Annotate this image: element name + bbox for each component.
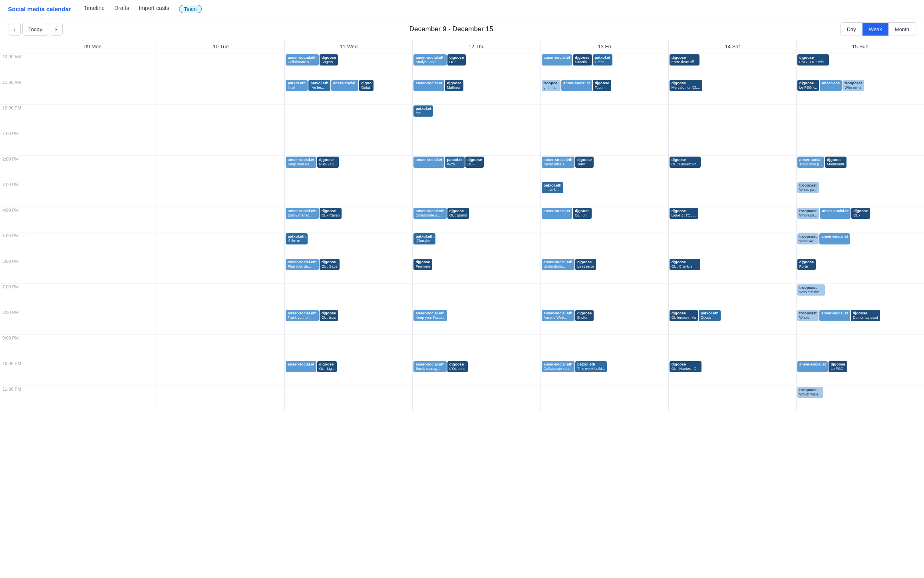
event-djgoose-wed-10pm[interactable]: djgooseOL - Lig... bbox=[317, 361, 337, 372]
event-patxol-fri-10pm[interactable]: patxol.ethThis week build... bbox=[575, 361, 607, 372]
month-view-button[interactable]: Month bbox=[888, 23, 916, 36]
event-djgoose-sun-8[interactable]: djgooseDumornay avait bbox=[851, 310, 880, 321]
event-troop-sun-8[interactable]: troopcastWho's bbox=[797, 310, 819, 321]
event-anser-thu-2[interactable]: anser-social.et bbox=[413, 157, 444, 168]
event-djgoose-sat-8[interactable]: djgooseOL féminin : Va bbox=[670, 310, 698, 321]
nav-drafts[interactable]: Drafts bbox=[114, 5, 129, 13]
event-djgoose-thu-10[interactable]: djgooseOL : bbox=[447, 54, 466, 66]
event-djgoose-thu-2[interactable]: djgooseOL - bbox=[465, 157, 484, 168]
event-patxol-thu-5[interactable]: patxol.eth@larrybo... bbox=[413, 233, 435, 244]
event-anser-wed-6[interactable]: anser-social.ethPlan your de... bbox=[286, 259, 318, 270]
today-button[interactable]: Today bbox=[22, 23, 48, 36]
event-djgoose-sun-6[interactable]: djgoosePorté bbox=[797, 259, 816, 270]
wed-4pm: anser-social.ethEasily manag... djgooseO… bbox=[284, 207, 412, 232]
event-djgoose-fri-2[interactable]: djgooseTony bbox=[575, 157, 594, 168]
event-anser-sun-8[interactable]: anser-social.et bbox=[819, 310, 850, 321]
event-djgoose-sat-10pm[interactable]: djgooseOL - Nantes : G... bbox=[670, 361, 701, 372]
event-patxol-fri-10[interactable]: patxol.etGreat bbox=[593, 54, 612, 66]
event-anser-thu-10pm[interactable]: anser-social.ethEasily manag... bbox=[413, 361, 446, 372]
event-patxol-thu-2[interactable]: patxol.etWow bbox=[445, 157, 465, 168]
event-anser-wed-11[interactable]: anser-social. bbox=[331, 80, 358, 91]
event-anser-wed-8[interactable]: anser-social.ethTrack your p... bbox=[286, 310, 318, 321]
event-djgoose-wed-11[interactable]: djgooGalat bbox=[359, 80, 374, 91]
event-djgoose-wed-6[interactable]: djgooseOL : Sage bbox=[320, 259, 340, 270]
event-anser-fri-2[interactable]: anser-social.ethNever miss a... bbox=[542, 157, 574, 168]
event-anser-wed-4[interactable]: anser-social.ethEasily manag... bbox=[286, 208, 318, 219]
event-djgoose-thu-4[interactable]: djgooseOL : quand bbox=[447, 208, 469, 219]
event-djgoose-sun-4[interactable]: djgooseOL - bbox=[851, 208, 870, 219]
event-djgoose-thu-10pm[interactable]: djgooseL'OL en 4- bbox=[447, 361, 468, 372]
mon-1pm bbox=[29, 130, 157, 155]
event-troop-sun-11[interactable]: troopcastWho owns bbox=[843, 80, 864, 91]
wed-6pm: anser-social.ethPlan your de... djgooseO… bbox=[284, 258, 412, 283]
event-anser-fri-10pm[interactable]: anser-social.ethCollaborate sea... bbox=[542, 361, 574, 372]
next-button[interactable]: › bbox=[50, 23, 63, 36]
event-anser-fri-6[interactable]: anser-social.ethUnderstand... bbox=[542, 259, 574, 270]
event-anser-sun-5[interactable]: anser-social.et bbox=[819, 233, 850, 244]
event-patxol-sat-8[interactable]: patxol.ethGuess bbox=[699, 310, 721, 321]
event-anser-thu-10[interactable]: anser-social.ethAnalyze and... bbox=[413, 54, 446, 66]
event-anser-wed-10pm[interactable]: anser-social.et bbox=[286, 361, 316, 372]
fri-2pm: anser-social.ethNever miss a... djgooseT… bbox=[540, 155, 668, 181]
event-djgoose-sat-10[interactable]: djgooseEntre deux affi... bbox=[670, 54, 699, 66]
event-anser-sun-4[interactable]: anser-social.et bbox=[820, 208, 851, 219]
event-patxol-wed-11a[interactable]: patxol.ethI just bbox=[286, 80, 308, 91]
event-djgoose-sat-4[interactable]: djgooseLigue 1 : l'OL ... bbox=[670, 208, 698, 219]
event-anser-wed-10[interactable]: anser-social.ethCollaborate s... bbox=[286, 54, 318, 66]
event-djgoose-fri-6[interactable]: djgooseLa réserve bbox=[575, 259, 596, 270]
event-djgoose-fri-8[interactable]: djgooseEndler, bbox=[575, 310, 594, 321]
event-djgoose-sun-10[interactable]: djgoosePSG - OL : rela... bbox=[797, 54, 829, 66]
event-djgoose-sun-2[interactable]: djgooseMontemurr bbox=[825, 157, 847, 168]
mon-8pm bbox=[29, 309, 157, 334]
event-anser-sun-10pm[interactable]: anser-social.et bbox=[797, 361, 828, 372]
event-troop-sun-3[interactable]: troopcastWho's pa... bbox=[797, 182, 819, 193]
event-troop-sun-5[interactable]: troopcastWhat wa... bbox=[797, 233, 819, 244]
event-djgoose-wed-10[interactable]: djgooseAngers - bbox=[320, 54, 338, 66]
wed-11am: patxol.ethI just patxol.ethI've be... an… bbox=[284, 79, 412, 104]
event-patxol-wed-5[interactable]: patxol.ethIf like m... bbox=[286, 233, 308, 244]
event-anser-thu-11[interactable]: anser-social.et bbox=[413, 80, 444, 91]
event-patxol-fri-3[interactable]: patxol.ethI have b... bbox=[542, 182, 564, 193]
app-title[interactable]: Social media calendar bbox=[8, 6, 71, 12]
event-anser-sun-2[interactable]: anser-socialTrack your p... bbox=[797, 157, 824, 168]
event-djgoose-sun-10pm[interactable]: djgooseLe PSG bbox=[829, 361, 847, 372]
event-patxol-wed-11b[interactable]: patxol.ethI've be... bbox=[308, 80, 330, 91]
event-anser-fri-8[interactable]: anser-social.ethAnser's Web... bbox=[542, 310, 574, 321]
event-djgoose-thu-11[interactable]: djgooseMathieu bbox=[445, 80, 463, 91]
day-header-sun: 15 Sun bbox=[796, 40, 924, 53]
sun-6pm: djgoosePorté bbox=[796, 258, 924, 283]
event-troop-sun-7[interactable]: troopcastWho are the ... bbox=[797, 284, 825, 296]
event-djgoose-wed-4[interactable]: djgooseOL - Rayan bbox=[320, 208, 342, 219]
fri-10pm: anser-social.ethCollaborate sea... patxo… bbox=[540, 360, 668, 385]
fri-9pm bbox=[540, 334, 668, 360]
fri-11am: troopcagm ! I a... anser-social.et djgoo… bbox=[540, 79, 668, 104]
event-djgoose-sat-6[interactable]: djgooseOL : Cherki en ... bbox=[670, 259, 701, 270]
event-djgoose-fri-10[interactable]: djgooseSanctio... bbox=[573, 54, 592, 66]
event-anser-fri-11[interactable]: anser-social.et bbox=[561, 80, 592, 91]
event-anser-thu-8[interactable]: anser-social.ethKeep your Farca... bbox=[413, 310, 447, 321]
event-troop-sun-4[interactable]: troopcastWho's pa... bbox=[797, 208, 819, 219]
event-patxol-thu-12[interactable]: patxol.etgm bbox=[413, 105, 433, 117]
prev-button[interactable]: ‹ bbox=[8, 23, 21, 36]
event-djgoose-wed-8[interactable]: djgooseOL : trois bbox=[320, 310, 338, 321]
event-djgoose-sat-2[interactable]: djgooseOL : Laurent Pr... bbox=[670, 157, 701, 168]
week-view-button[interactable]: Week bbox=[862, 23, 888, 36]
day-view-button[interactable]: Day bbox=[841, 23, 862, 36]
app-header: Social media calendar Timeline Drafts Im… bbox=[0, 0, 924, 18]
event-anser-sun-11[interactable]: anser-soc bbox=[820, 80, 842, 91]
event-djgoose-sun-11[interactable]: djgooseLe PSG -... bbox=[797, 80, 819, 91]
event-troop-sun-11pm[interactable]: troopcastWhich walle... bbox=[797, 387, 824, 398]
event-anser-fri-4[interactable]: anser-social.et bbox=[542, 208, 572, 219]
nav-import-casts[interactable]: Import casts bbox=[139, 5, 169, 13]
nav-timeline[interactable]: Timeline bbox=[84, 5, 105, 13]
event-djgoose-sat-11[interactable]: djgooseMercato : un OL... bbox=[670, 80, 702, 91]
event-anser-fri-10[interactable]: anser-social.et bbox=[542, 54, 572, 66]
event-anser-wed-2[interactable]: anser-social.etKeep your Fa... bbox=[286, 157, 316, 168]
event-anser-thu-4[interactable]: anser-social.ethCollaborate s... bbox=[413, 208, 446, 219]
event-djgoose-fri-4[interactable]: djgooseOL : un bbox=[573, 208, 591, 219]
event-djgoose-wed-2[interactable]: djgoosePSG - OL : bbox=[317, 157, 339, 168]
event-djgoose-fri-11[interactable]: djgooseToppm bbox=[593, 80, 611, 91]
event-djgoose-thu-6[interactable]: djgoosePremière bbox=[413, 259, 432, 270]
team-badge[interactable]: Team bbox=[179, 5, 202, 13]
event-troop-fri-11[interactable]: troopcagm ! I a... bbox=[542, 80, 561, 91]
